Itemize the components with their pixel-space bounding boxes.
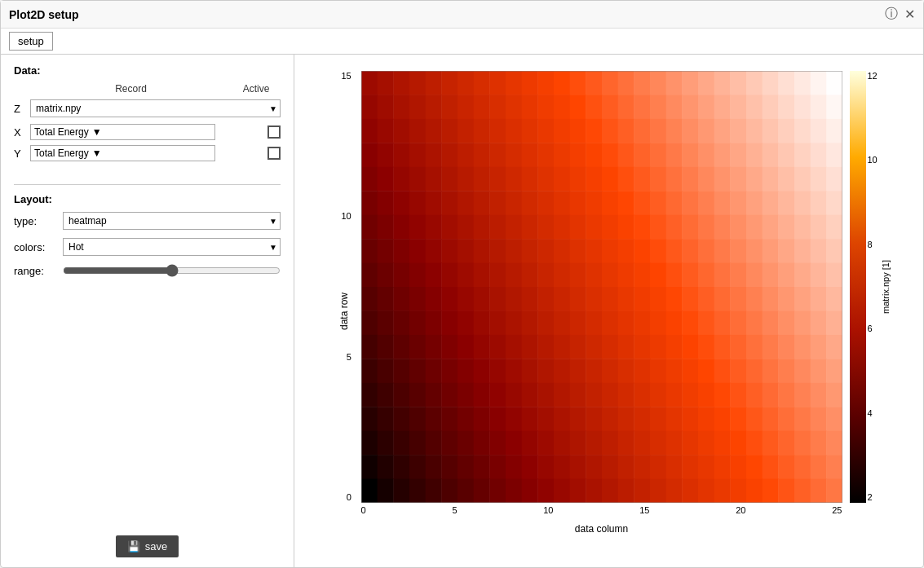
svg-rect-500	[682, 455, 698, 479]
svg-rect-136	[617, 166, 634, 191]
svg-rect-188	[489, 214, 506, 239]
svg-rect-195	[602, 214, 618, 239]
svg-rect-515	[441, 478, 458, 502]
svg-rect-323	[730, 310, 746, 335]
type-dropdown[interactable]: heatmap	[63, 212, 281, 230]
svg-rect-8	[489, 71, 506, 95]
svg-rect-419	[826, 382, 842, 407]
svg-rect-278	[489, 287, 506, 311]
tab-setup[interactable]: setup	[9, 32, 53, 51]
svg-rect-421	[377, 407, 393, 431]
svg-rect-215	[441, 239, 458, 263]
svg-rect-162	[554, 191, 570, 215]
x-tick-20: 20	[736, 505, 745, 515]
svg-rect-486	[458, 455, 474, 479]
x-active-checkbox[interactable]	[267, 125, 281, 139]
svg-rect-20	[682, 71, 698, 95]
close-icon[interactable]: ✕	[904, 7, 915, 22]
svg-rect-120	[361, 166, 378, 191]
svg-rect-193	[569, 214, 586, 239]
svg-rect-39	[506, 95, 522, 119]
svg-rect-164	[586, 191, 602, 215]
svg-rect-539	[826, 478, 842, 502]
svg-rect-93	[409, 143, 426, 167]
svg-rect-153	[409, 191, 426, 215]
svg-rect-71	[537, 118, 554, 143]
svg-rect-311	[537, 310, 554, 335]
range-row: range:	[14, 264, 281, 277]
record-header: Record	[30, 83, 232, 95]
svg-rect-92	[393, 143, 409, 167]
cb-tick-2: 2	[868, 492, 878, 502]
svg-rect-534	[746, 478, 763, 502]
svg-rect-458	[489, 430, 506, 455]
svg-rect-309	[506, 310, 522, 335]
svg-rect-439	[665, 407, 682, 431]
heatmap-svg	[361, 71, 842, 503]
colors-dropdown[interactable]: Hot	[63, 238, 281, 256]
svg-rect-240	[361, 262, 378, 287]
svg-rect-244	[425, 262, 441, 287]
svg-rect-264	[746, 262, 763, 287]
svg-rect-488	[489, 455, 506, 479]
svg-rect-441	[698, 407, 714, 431]
svg-rect-474	[746, 430, 763, 455]
svg-rect-165	[602, 191, 618, 215]
svg-rect-25	[762, 71, 778, 95]
type-label: type:	[14, 215, 63, 227]
svg-rect-171	[698, 191, 714, 215]
z-dropdown[interactable]: matrix.npy	[30, 99, 281, 117]
svg-rect-328	[810, 310, 826, 335]
y-active-checkbox[interactable]	[267, 147, 281, 160]
svg-rect-451	[377, 430, 393, 455]
x-axis-title-text: data column	[575, 523, 628, 535]
svg-rect-208	[810, 214, 826, 239]
svg-rect-150	[361, 191, 378, 215]
svg-rect-44	[586, 95, 602, 119]
cb-tick-8: 8	[868, 240, 878, 249]
svg-rect-174	[746, 191, 763, 215]
svg-rect-29	[826, 71, 842, 95]
svg-rect-370	[521, 359, 537, 383]
svg-rect-176	[778, 191, 794, 215]
x-dropdown[interactable]: Total Energy ▼	[30, 124, 215, 140]
svg-rect-343	[569, 334, 586, 359]
svg-rect-469	[665, 430, 682, 455]
svg-rect-260	[682, 262, 698, 287]
svg-rect-151	[377, 191, 393, 215]
y-dropdown[interactable]: Total Energy ▼	[30, 145, 215, 161]
svg-rect-257	[634, 262, 650, 287]
svg-rect-263	[730, 262, 746, 287]
svg-rect-364	[425, 359, 441, 383]
svg-rect-36	[458, 95, 474, 119]
save-button[interactable]: 💾 save	[116, 535, 179, 557]
svg-rect-101	[537, 143, 554, 167]
y-row: Y Total Energy ▼	[14, 145, 281, 161]
svg-rect-412	[714, 382, 730, 407]
svg-rect-433	[569, 407, 586, 431]
z-dropdown-wrapper: matrix.npy	[30, 99, 281, 117]
svg-rect-366	[458, 359, 474, 383]
range-slider[interactable]	[63, 264, 281, 277]
svg-rect-489	[506, 455, 522, 479]
svg-rect-381	[698, 359, 714, 383]
svg-rect-85	[762, 118, 778, 143]
svg-rect-462	[554, 430, 570, 455]
window-title: Plot2D setup	[9, 8, 79, 21]
svg-rect-0	[361, 71, 378, 95]
svg-rect-6	[458, 71, 474, 95]
svg-rect-117	[794, 143, 811, 167]
svg-rect-478	[810, 430, 826, 455]
svg-rect-22	[714, 71, 730, 95]
svg-rect-191	[537, 214, 554, 239]
svg-rect-78	[650, 118, 666, 143]
svg-rect-465	[602, 430, 618, 455]
svg-rect-125	[441, 166, 458, 191]
svg-rect-393	[409, 382, 426, 407]
colors-dropdown-wrapper: Hot	[63, 238, 281, 256]
svg-rect-160	[521, 191, 537, 215]
svg-rect-456	[458, 430, 474, 455]
svg-rect-206	[778, 214, 794, 239]
svg-rect-339	[506, 334, 522, 359]
info-icon[interactable]: ⓘ	[885, 6, 898, 23]
